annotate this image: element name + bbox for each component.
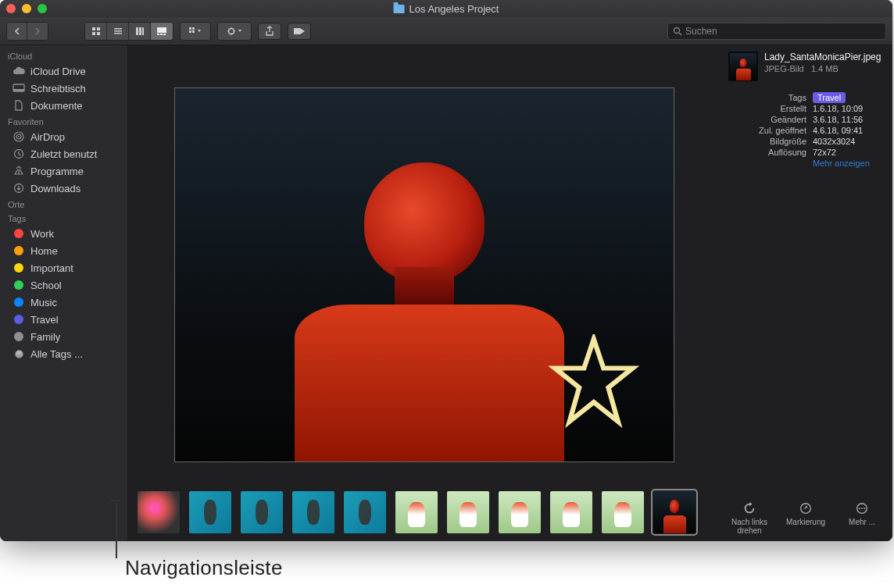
sidebar: iCloudiCloud DriveSchreibtischDokumenteF… — [0, 45, 128, 541]
forward-button[interactable] — [27, 23, 48, 40]
svg-rect-8 — [139, 27, 141, 35]
info-row: Zul. geöffnet4.6.18, 09:41 — [728, 125, 885, 136]
info-panel: Lady_SantaMonicaPier.jpeg JPEG-Bild 1.4 … — [721, 45, 892, 541]
info-value: 4.6.18, 09:41 — [813, 126, 885, 135]
doc-icon — [13, 99, 25, 112]
info-row: Geändert3.6.18, 11:56 — [728, 114, 885, 125]
callout-label: Navigationsleiste — [125, 556, 283, 580]
airdrop-icon — [13, 130, 25, 143]
svg-rect-10 — [157, 27, 166, 33]
svg-point-30 — [861, 508, 863, 509]
action-label: Nach links drehen — [727, 518, 772, 535]
preview-area — [128, 45, 721, 541]
icon-view-button[interactable] — [85, 23, 107, 40]
sidebar-item-label: Schreibtisch — [30, 83, 86, 94]
info-label: Tags — [789, 93, 806, 102]
finder-window: Los Angeles Project Suchen iCloudiClou — [0, 0, 892, 541]
callout-line — [116, 500, 117, 558]
cloud-icon — [13, 65, 25, 77]
back-button[interactable] — [7, 23, 27, 40]
search-placeholder: Suchen — [685, 26, 717, 37]
svg-rect-16 — [189, 30, 191, 33]
action-more[interactable]: Mehr ... — [839, 501, 885, 535]
svg-rect-0 — [92, 27, 95, 30]
svg-point-31 — [864, 508, 865, 509]
info-label: Bildgröße — [770, 137, 806, 146]
maximize-button[interactable] — [38, 4, 47, 13]
svg-rect-3 — [97, 32, 100, 35]
info-value: 4032x3024 — [813, 137, 885, 146]
sidebar-item[interactable]: AirDrop — [0, 128, 127, 145]
gallery-view-button[interactable] — [151, 23, 173, 40]
thumbnail[interactable] — [292, 491, 334, 533]
sidebar-item[interactable]: Work — [0, 225, 127, 242]
window-title-text: Los Angeles Project — [409, 3, 499, 15]
svg-rect-5 — [114, 30, 122, 32]
thumbnail-strip — [128, 488, 721, 536]
svg-rect-4 — [114, 28, 122, 30]
sidebar-item[interactable]: Music — [0, 294, 127, 311]
download-icon — [13, 182, 25, 194]
svg-rect-7 — [136, 27, 138, 35]
sidebar-item[interactable]: Programme — [0, 162, 127, 180]
tags-button[interactable] — [288, 23, 311, 40]
thumbnail[interactable] — [138, 491, 180, 533]
column-view-button[interactable] — [129, 23, 151, 40]
sidebar-item-label: Programme — [30, 166, 84, 177]
sidebar-item[interactable]: iCloud Drive — [0, 62, 127, 80]
svg-rect-2 — [92, 32, 95, 35]
minimize-button[interactable] — [22, 4, 31, 13]
action-markup[interactable]: Markierung — [783, 501, 828, 535]
info-row: Auflösung72x72 — [728, 147, 885, 158]
sidebar-item[interactable]: Dokumente — [0, 97, 127, 114]
sidebar-header: Favoriten — [0, 114, 127, 128]
sidebar-item[interactable]: Downloads — [0, 180, 127, 197]
sidebar-item[interactable]: School — [0, 276, 127, 294]
thumbnail[interactable] — [344, 491, 386, 533]
sidebar-item[interactable]: Schreibtisch — [0, 80, 127, 97]
list-view-button[interactable] — [107, 23, 129, 40]
close-button[interactable] — [6, 4, 16, 13]
sidebar-item[interactable]: Zuletzt benutzt — [0, 145, 127, 162]
quick-actions: Nach links drehenMarkierungMehr ... — [727, 501, 885, 535]
svg-rect-1 — [97, 27, 100, 30]
info-thumbnail — [728, 52, 758, 81]
more-link[interactable]: Mehr anzeigen — [813, 159, 870, 168]
group-button[interactable] — [181, 23, 210, 40]
sidebar-item-label: Work — [30, 228, 54, 240]
thumbnail[interactable] — [447, 491, 489, 533]
sidebar-header: iCloud — [0, 48, 127, 62]
sidebar-item-label: iCloud Drive — [30, 66, 86, 77]
sidebar-item-label: Important — [30, 262, 73, 274]
sidebar-item[interactable]: Family — [0, 328, 127, 345]
svg-point-29 — [859, 508, 860, 509]
svg-rect-11 — [157, 34, 159, 35]
tag-icon — [13, 330, 25, 343]
nav-buttons — [6, 22, 48, 41]
clock-icon — [13, 148, 25, 160]
preview-image[interactable] — [174, 87, 674, 462]
sidebar-item[interactable]: Travel — [0, 311, 127, 328]
action-button[interactable] — [218, 23, 251, 40]
svg-rect-14 — [189, 27, 191, 30]
app-icon — [13, 165, 25, 177]
tag-icon — [13, 244, 25, 257]
sidebar-item[interactable]: Important — [0, 259, 127, 276]
thumbnail[interactable] — [550, 491, 592, 533]
thumbnail[interactable] — [189, 491, 231, 533]
info-value: 1.6.18, 10:09 — [813, 104, 885, 113]
content-area: iCloudiCloud DriveSchreibtischDokumenteF… — [0, 45, 892, 541]
thumbnail[interactable] — [395, 491, 438, 533]
action-rotate[interactable]: Nach links drehen — [727, 501, 772, 535]
thumbnail[interactable] — [602, 491, 644, 533]
main-area: Lady_SantaMonicaPier.jpeg JPEG-Bild 1.4 … — [128, 45, 892, 541]
thumbnail[interactable] — [653, 491, 696, 533]
share-button[interactable] — [258, 23, 281, 40]
sidebar-item[interactable]: Home — [0, 242, 127, 259]
thumbnail[interactable] — [499, 491, 541, 533]
svg-point-18 — [229, 28, 234, 34]
thumbnail[interactable] — [241, 491, 283, 533]
search-field[interactable]: Suchen — [667, 23, 886, 40]
sidebar-item[interactable]: Alle Tags ... — [0, 345, 127, 362]
svg-point-19 — [674, 27, 680, 33]
